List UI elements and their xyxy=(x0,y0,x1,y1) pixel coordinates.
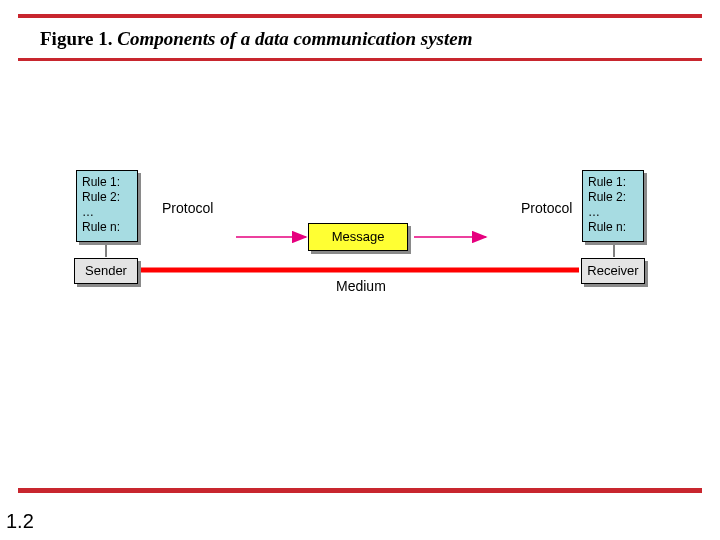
rule-line: … xyxy=(82,205,132,220)
protocol-box-right: Rule 1: Rule 2: … Rule n: xyxy=(582,170,644,242)
protocol-box-left: Rule 1: Rule 2: … Rule n: xyxy=(76,170,138,242)
rule-line: Rule 1: xyxy=(82,175,132,190)
figure-number: Figure 1. xyxy=(40,28,112,49)
top-rule-thin xyxy=(18,58,702,61)
protocol-label-right: Protocol xyxy=(521,200,572,216)
rule-line: Rule 2: xyxy=(82,190,132,205)
rule-line: Rule n: xyxy=(588,220,638,235)
rule-line: Rule 1: xyxy=(588,175,638,190)
sender-box: Sender xyxy=(74,258,138,284)
protocol-label-left: Protocol xyxy=(162,200,213,216)
diagram-canvas: Rule 1: Rule 2: … Rule n: Rule 1: Rule 2… xyxy=(56,170,666,330)
figure-caption: Components of a data communication syste… xyxy=(112,28,472,49)
receiver-box: Receiver xyxy=(581,258,645,284)
rule-line: … xyxy=(588,205,638,220)
rule-line: Rule n: xyxy=(82,220,132,235)
rule-line: Rule 2: xyxy=(588,190,638,205)
page-number: 1.2 xyxy=(6,510,34,533)
top-rule-thick xyxy=(18,14,702,18)
message-box: Message xyxy=(308,223,408,251)
medium-label: Medium xyxy=(336,278,386,294)
bottom-rule xyxy=(18,488,702,493)
figure-title: Figure 1. Components of a data communica… xyxy=(40,28,472,50)
